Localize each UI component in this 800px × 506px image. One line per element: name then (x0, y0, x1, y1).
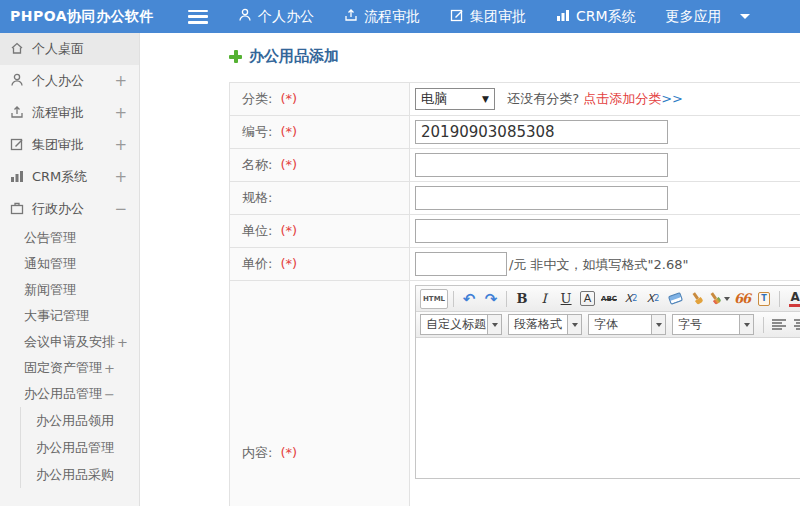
expand-plus[interactable]: + (114, 104, 127, 122)
unit-input[interactable] (415, 219, 668, 243)
caret-down-icon (740, 14, 750, 19)
menu-toggle-icon[interactable] (188, 10, 208, 24)
nav-label: CRM系统 (576, 8, 636, 26)
sidebar-item-admin-office[interactable]: 行政办公 − (0, 193, 139, 225)
add-category-link[interactable]: 点击添加分类 (583, 91, 661, 106)
expand-plus[interactable]: + (104, 361, 115, 376)
sidebar-item-workflow-approval[interactable]: 流程审批 + (0, 97, 139, 129)
blockquote-button[interactable]: 66 (732, 289, 752, 309)
collapse-minus[interactable]: − (104, 387, 115, 402)
add-plus-icon (229, 50, 242, 63)
form-row-code: 编号: (*) (230, 116, 800, 149)
price-label-cell: 单价: (*) (230, 248, 410, 281)
editor-toolbar-row2: 自定义标题 段落格式 字体 (416, 312, 800, 338)
sidebar-item-label: 会议申请及安排 (24, 333, 115, 351)
italic-button[interactable]: I (534, 289, 554, 309)
eraser-icon (667, 292, 682, 305)
topbar: PHPOA协同办公软件 个人办公 流程审批 集团审批 CRM系统 更多应用 (0, 0, 800, 33)
sidebar-item-news-mgmt[interactable]: 新闻管理 (0, 277, 139, 303)
sidebar-item-personal-office[interactable]: 个人办公 + (0, 65, 139, 97)
chevron-down-icon (724, 297, 730, 301)
chevron-down-icon (487, 315, 501, 334)
sidebar-item-label: 新闻管理 (24, 281, 76, 299)
sidebar-item-crm[interactable]: CRM系统 + (0, 161, 139, 193)
price-format-hint: /元 非中文，如填写格式"2.68" (509, 257, 688, 272)
font-color-button[interactable]: A (785, 289, 800, 309)
home-icon (10, 41, 32, 58)
font-family-select[interactable]: 字体 (588, 314, 666, 335)
collapse-minus[interactable]: − (114, 200, 127, 218)
paste-button[interactable]: T (754, 289, 774, 309)
bold-button[interactable]: B (512, 289, 532, 309)
spec-label: 规格: (242, 190, 272, 205)
font-size-select[interactable]: 字号 (672, 314, 754, 335)
nav-more-apps[interactable]: 更多应用 (666, 8, 750, 26)
content-label-cell: 内容: (*) (230, 281, 410, 506)
sidebar-item-announcement-mgmt[interactable]: 公告管理 (0, 225, 139, 251)
sidebar-item-meeting-mgmt[interactable]: 会议申请及安排 + (0, 329, 139, 355)
font-style-button[interactable]: A (580, 291, 595, 306)
underline-button[interactable]: U (556, 289, 576, 309)
category-selected-value: 电脑 (421, 90, 447, 108)
person-icon (10, 73, 32, 90)
code-input[interactable] (415, 120, 668, 144)
sidebar-item-fixed-assets-mgmt[interactable]: 固定资产管理 + (0, 355, 139, 381)
sidebar-item-office-supplies-mgmt[interactable]: 办公用品管理 − (0, 381, 139, 407)
editor-content-area[interactable] (416, 338, 800, 478)
edit-icon (450, 8, 470, 25)
add-category-link-arrows[interactable]: >> (661, 91, 683, 106)
chevron-down-icon (739, 315, 753, 334)
briefcase-icon (10, 201, 32, 218)
sidebar-item-label: 大事记管理 (24, 307, 89, 325)
align-left-button[interactable] (769, 315, 789, 335)
format-painter-button[interactable] (687, 289, 707, 309)
sidebar-item-label: CRM系统 (32, 168, 114, 186)
expand-plus[interactable]: + (114, 168, 127, 186)
paint-format-dropdown[interactable] (709, 289, 730, 309)
chart-icon (556, 8, 576, 25)
sidebar-item-supplies-management[interactable]: 办公用品管理 (21, 434, 139, 461)
nav-crm-system[interactable]: CRM系统 (556, 8, 636, 26)
expand-plus[interactable]: + (114, 136, 127, 154)
sidebar-item-label: 固定资产管理 (24, 359, 102, 377)
price-input[interactable] (415, 252, 507, 276)
sidebar-item-notice-mgmt[interactable]: 通知管理 (0, 251, 139, 277)
nav-personal-office[interactable]: 个人办公 (238, 8, 314, 26)
strikethrough-button[interactable]: ABC (599, 289, 619, 309)
upload-icon (344, 8, 364, 25)
subscript-button[interactable]: X2 (643, 289, 663, 309)
expand-plus[interactable]: + (114, 72, 127, 90)
clipboard-icon: T (758, 292, 770, 306)
superscript-button[interactable]: X2 (621, 289, 641, 309)
sidebar-item-supplies-requisition[interactable]: 办公用品领用 (21, 407, 139, 434)
brush-icon (688, 289, 706, 307)
main-content: 办公用品添加 分类: (*) 电脑 ▼ 还没有分类? 点击添加分类>> (141, 33, 800, 506)
spec-input[interactable] (415, 186, 668, 210)
name-input[interactable] (415, 153, 668, 177)
page-title: 办公用品添加 (229, 47, 800, 66)
nav-label: 个人办公 (258, 8, 314, 26)
paragraph-format-select[interactable]: 段落格式 (508, 314, 582, 335)
required-mark: (*) (281, 256, 298, 271)
expand-plus[interactable]: + (117, 335, 128, 350)
sidebar-item-desktop[interactable]: 个人桌面 (0, 33, 139, 65)
nav-group-approval[interactable]: 集团审批 (450, 8, 526, 26)
required-mark: (*) (281, 223, 298, 238)
sidebar-item-group-approval[interactable]: 集团审批 + (0, 129, 139, 161)
required-mark: (*) (281, 445, 298, 460)
eraser-button[interactable] (665, 289, 685, 309)
sidebar-item-memorabilia-mgmt[interactable]: 大事记管理 (0, 303, 139, 329)
category-select[interactable]: 电脑 ▼ (415, 88, 495, 110)
sidebar-item-label: 流程审批 (32, 104, 114, 122)
office-supplies-submenu: 办公用品领用 办公用品管理 办公用品采购 (20, 407, 139, 488)
sidebar-item-supplies-purchase[interactable]: 办公用品采购 (21, 461, 139, 488)
align-center-button[interactable] (791, 315, 800, 335)
page-title-text: 办公用品添加 (249, 47, 339, 66)
nav-workflow-approval[interactable]: 流程审批 (344, 8, 420, 26)
redo-icon[interactable]: ↷ (481, 289, 501, 309)
form-row-category: 分类: (*) 电脑 ▼ 还没有分类? 点击添加分类>> (230, 83, 800, 116)
undo-icon[interactable]: ↶ (459, 289, 479, 309)
required-mark: (*) (281, 91, 298, 106)
html-source-button[interactable]: HTML (420, 289, 448, 309)
custom-heading-select[interactable]: 自定义标题 (420, 314, 502, 335)
